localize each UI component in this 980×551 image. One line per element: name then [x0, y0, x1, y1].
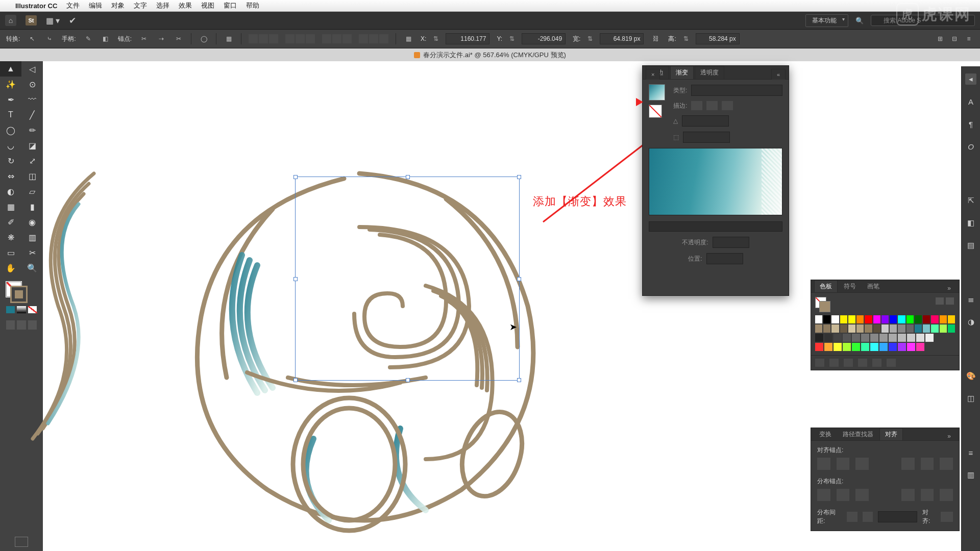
swatch-cell[interactable] [848, 324, 855, 333]
menu-effect[interactable]: 效果 [179, 1, 192, 10]
h-stepper-icon[interactable]: ⇅ [683, 35, 689, 42]
tab-transform[interactable]: 变换 [814, 429, 837, 440]
swatch-cell[interactable] [907, 343, 915, 351]
swatch-cell[interactable] [840, 324, 847, 333]
swatch-cell[interactable] [861, 343, 869, 351]
swatch-cell[interactable] [879, 343, 888, 351]
layers-panel-icon[interactable]: ≣ [965, 294, 976, 305]
swatch-cell[interactable] [898, 334, 906, 342]
swatch-cell[interactable] [870, 343, 878, 351]
dist-left-icon[interactable] [901, 489, 915, 501]
swatch-cell[interactable] [940, 315, 947, 323]
align-to-dropdown[interactable] [941, 512, 953, 522]
swatch-cell[interactable] [815, 324, 822, 333]
swatch-cell[interactable] [856, 315, 864, 323]
workspace-switcher[interactable]: 基本功能 [805, 14, 848, 27]
shaper-tool[interactable]: ◡ [0, 138, 21, 153]
swatch-cell[interactable] [823, 315, 830, 323]
libraries-panel-icon[interactable]: ▤ [965, 240, 976, 251]
connect-anchor-icon[interactable]: ⇢ [156, 34, 166, 44]
new-swatch-icon[interactable] [872, 359, 881, 367]
snap-to-point-icon[interactable]: ⊞ [935, 34, 945, 44]
swatch-cell[interactable] [898, 343, 906, 351]
swatch-cell[interactable] [925, 334, 934, 342]
swatch-cell[interactable] [881, 324, 889, 333]
swatch-cell[interactable] [843, 343, 851, 351]
menu-file[interactable]: 文件 [66, 1, 80, 10]
swatch-cell[interactable] [881, 315, 889, 323]
character-panel-icon[interactable]: A [965, 96, 976, 107]
isolate-icon[interactable]: ◯ [199, 34, 209, 44]
align-bottom-icon[interactable] [940, 458, 953, 470]
gradient-fill-swatch[interactable] [649, 84, 665, 101]
arrange-documents-icon[interactable]: ▦ ▾ [46, 16, 60, 26]
menu-help[interactable]: 帮助 [246, 1, 259, 10]
swatch-cell[interactable] [890, 315, 897, 323]
stock-icon[interactable]: St [26, 15, 37, 26]
swatch-cell[interactable] [840, 315, 847, 323]
h-value[interactable]: 58.284 px [696, 33, 740, 44]
delete-swatch-icon[interactable] [887, 359, 896, 367]
direct-selection-tool[interactable]: ◁ [21, 61, 43, 77]
swatch-cell[interactable] [823, 324, 830, 333]
selection-tool[interactable]: ▲ [0, 61, 21, 77]
dist-spacing-input[interactable] [878, 511, 917, 522]
gradient-type-dropdown[interactable] [691, 85, 782, 96]
menu-view[interactable]: 视图 [201, 1, 214, 10]
tab-symbols[interactable]: 符号 [839, 281, 861, 292]
align-vcenter-icon[interactable] [921, 458, 934, 470]
tab-transparency[interactable]: 透明度 [695, 66, 724, 79]
paintbrush-tool[interactable]: ✏ [21, 122, 43, 138]
stroke-gradient-within-icon[interactable] [691, 101, 702, 110]
swatch-cell[interactable] [931, 324, 938, 333]
magic-wand-tool[interactable]: ✨ [0, 77, 21, 92]
swatch-cell[interactable] [861, 334, 869, 342]
ellipse-tool[interactable]: ◯ [0, 122, 21, 138]
align-top-icon[interactable] [901, 458, 915, 470]
swatch-cell[interactable] [852, 334, 860, 342]
swatch-cell[interactable] [931, 315, 938, 323]
stroke-gradient-along-icon[interactable] [706, 101, 718, 110]
dist-spacing-v-icon[interactable] [847, 512, 857, 522]
gradient-panel[interactable]: × 描边 渐变 透明度 « 类型: 描边: △ ⬚ 不透明度: 位置: [642, 65, 789, 296]
swatch-cell[interactable] [915, 324, 922, 333]
menu-edit[interactable]: 编辑 [89, 1, 102, 10]
line-tool[interactable]: ╱ [21, 107, 43, 122]
gradient-opacity-input[interactable] [713, 237, 749, 248]
export-panel-icon[interactable]: ⇱ [965, 195, 976, 206]
y-value[interactable]: -296.049 [522, 33, 566, 44]
dist-bottom-icon[interactable] [855, 489, 869, 501]
swatches-panel[interactable]: 色板 符号 画笔 » [811, 280, 960, 370]
w-stepper-icon[interactable]: ⇅ [587, 35, 593, 42]
swatch-cell[interactable] [843, 334, 851, 342]
opentype-panel-icon[interactable]: O [965, 141, 976, 152]
swatch-cell[interactable] [834, 343, 842, 351]
align-right-icon[interactable] [855, 458, 869, 470]
swatch-cell[interactable] [923, 315, 930, 323]
swatch-cell[interactable] [898, 315, 905, 323]
tab-align[interactable]: 对齐 [879, 428, 903, 440]
panel-menu-icon[interactable]: ≡ [964, 34, 974, 44]
align-to-pixel-icon[interactable]: ▦ [224, 34, 234, 44]
swatch-list-view-icon[interactable] [936, 297, 944, 305]
document-tab[interactable]: 春分演示文件.ai* @ 567.64% (CMYK/GPU 预览) [0, 48, 980, 62]
home-icon[interactable]: ⌂ [5, 15, 16, 26]
swatch-cell[interactable] [906, 324, 914, 333]
swatch-cell[interactable] [940, 324, 947, 333]
convert-smooth-icon[interactable]: ⤷ [44, 34, 55, 44]
swatch-cell[interactable] [948, 315, 955, 323]
tab-brushes[interactable]: 画笔 [862, 281, 885, 292]
swatch-kind-icon[interactable] [829, 359, 839, 367]
color-guide-panel-icon[interactable]: ◫ [965, 393, 976, 404]
swatch-cell[interactable] [916, 334, 924, 342]
swatch-cell[interactable] [873, 324, 880, 333]
curvature-tool[interactable]: 〰 [21, 92, 43, 107]
eraser-tool[interactable]: ◪ [21, 138, 43, 153]
menu-object[interactable]: 对象 [111, 1, 125, 10]
x-stepper-icon[interactable]: ⇅ [433, 35, 438, 42]
swatch-cell[interactable] [916, 343, 924, 351]
appearance-panel-icon[interactable]: ◑ [965, 316, 976, 328]
w-value[interactable]: 64.819 px [600, 33, 644, 44]
swatch-cell[interactable] [824, 343, 832, 351]
y-stepper-icon[interactable]: ⇅ [509, 35, 514, 42]
